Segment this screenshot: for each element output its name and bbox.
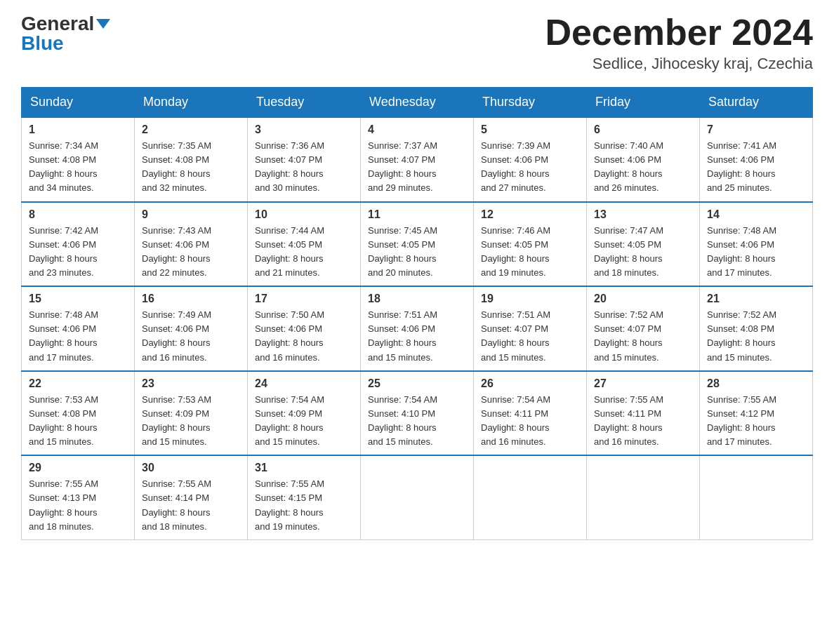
- day-number: 8: [29, 208, 127, 221]
- day-info: Sunrise: 7:40 AM Sunset: 4:06 PM Dayligh…: [594, 139, 692, 196]
- day-info: Sunrise: 7:43 AM Sunset: 4:06 PM Dayligh…: [142, 224, 240, 281]
- calendar-cell: 23 Sunrise: 7:53 AM Sunset: 4:09 PM Dayl…: [135, 371, 248, 456]
- day-info: Sunrise: 7:51 AM Sunset: 4:07 PM Dayligh…: [481, 308, 579, 365]
- day-number: 10: [255, 208, 353, 221]
- calendar-cell: 5 Sunrise: 7:39 AM Sunset: 4:06 PM Dayli…: [474, 117, 587, 202]
- col-saturday: Saturday: [700, 88, 813, 118]
- col-tuesday: Tuesday: [248, 88, 361, 118]
- day-number: 31: [255, 462, 353, 474]
- calendar-cell: 11 Sunrise: 7:45 AM Sunset: 4:05 PM Dayl…: [361, 202, 474, 287]
- col-sunday: Sunday: [22, 88, 135, 118]
- day-info: Sunrise: 7:55 AM Sunset: 4:14 PM Dayligh…: [142, 477, 240, 534]
- calendar-cell: 25 Sunrise: 7:54 AM Sunset: 4:10 PM Dayl…: [361, 371, 474, 456]
- day-number: 14: [707, 208, 805, 221]
- day-number: 13: [594, 208, 692, 221]
- day-info: Sunrise: 7:36 AM Sunset: 4:07 PM Dayligh…: [255, 139, 353, 196]
- calendar-cell: 27 Sunrise: 7:55 AM Sunset: 4:11 PM Dayl…: [587, 371, 700, 456]
- calendar-cell: 7 Sunrise: 7:41 AM Sunset: 4:06 PM Dayli…: [700, 117, 813, 202]
- day-info: Sunrise: 7:44 AM Sunset: 4:05 PM Dayligh…: [255, 224, 353, 281]
- day-info: Sunrise: 7:54 AM Sunset: 4:09 PM Dayligh…: [255, 393, 353, 450]
- calendar-cell: 1 Sunrise: 7:34 AM Sunset: 4:08 PM Dayli…: [22, 117, 135, 202]
- day-info: Sunrise: 7:34 AM Sunset: 4:08 PM Dayligh…: [29, 139, 127, 196]
- calendar-cell: 8 Sunrise: 7:42 AM Sunset: 4:06 PM Dayli…: [22, 202, 135, 287]
- location-title: Sedlice, Jihocesky kraj, Czechia: [545, 55, 813, 73]
- day-info: Sunrise: 7:55 AM Sunset: 4:11 PM Dayligh…: [594, 393, 692, 450]
- day-info: Sunrise: 7:51 AM Sunset: 4:06 PM Dayligh…: [368, 308, 466, 365]
- day-number: 17: [255, 293, 353, 305]
- calendar-cell: 31 Sunrise: 7:55 AM Sunset: 4:15 PM Dayl…: [248, 455, 361, 539]
- calendar-week-3: 15 Sunrise: 7:48 AM Sunset: 4:06 PM Dayl…: [22, 286, 813, 371]
- day-info: Sunrise: 7:49 AM Sunset: 4:06 PM Dayligh…: [142, 308, 240, 365]
- day-number: 6: [594, 123, 692, 136]
- day-number: 2: [142, 123, 240, 136]
- calendar-week-5: 29 Sunrise: 7:55 AM Sunset: 4:13 PM Dayl…: [22, 455, 813, 539]
- day-number: 25: [368, 377, 466, 390]
- day-number: 28: [707, 377, 805, 390]
- calendar-cell: 16 Sunrise: 7:49 AM Sunset: 4:06 PM Dayl…: [135, 286, 248, 371]
- calendar-cell: 10 Sunrise: 7:44 AM Sunset: 4:05 PM Dayl…: [248, 202, 361, 287]
- calendar-cell: 29 Sunrise: 7:55 AM Sunset: 4:13 PM Dayl…: [22, 455, 135, 539]
- calendar-week-1: 1 Sunrise: 7:34 AM Sunset: 4:08 PM Dayli…: [22, 117, 813, 202]
- calendar-cell: [474, 455, 587, 539]
- day-number: 7: [707, 123, 805, 136]
- day-info: Sunrise: 7:37 AM Sunset: 4:07 PM Dayligh…: [368, 139, 466, 196]
- calendar-cell: 18 Sunrise: 7:51 AM Sunset: 4:06 PM Dayl…: [361, 286, 474, 371]
- title-section: December 2024 Sedlice, Jihocesky kraj, C…: [545, 14, 813, 73]
- day-info: Sunrise: 7:45 AM Sunset: 4:05 PM Dayligh…: [368, 224, 466, 281]
- day-info: Sunrise: 7:52 AM Sunset: 4:07 PM Dayligh…: [594, 308, 692, 365]
- day-info: Sunrise: 7:54 AM Sunset: 4:11 PM Dayligh…: [481, 393, 579, 450]
- day-info: Sunrise: 7:55 AM Sunset: 4:13 PM Dayligh…: [29, 477, 127, 534]
- calendar-cell: [361, 455, 474, 539]
- day-info: Sunrise: 7:48 AM Sunset: 4:06 PM Dayligh…: [29, 308, 127, 365]
- calendar-cell: [587, 455, 700, 539]
- calendar-cell: 15 Sunrise: 7:48 AM Sunset: 4:06 PM Dayl…: [22, 286, 135, 371]
- day-number: 16: [142, 293, 240, 305]
- calendar-cell: 24 Sunrise: 7:54 AM Sunset: 4:09 PM Dayl…: [248, 371, 361, 456]
- day-info: Sunrise: 7:53 AM Sunset: 4:08 PM Dayligh…: [29, 393, 127, 450]
- calendar-cell: 6 Sunrise: 7:40 AM Sunset: 4:06 PM Dayli…: [587, 117, 700, 202]
- day-info: Sunrise: 7:54 AM Sunset: 4:10 PM Dayligh…: [368, 393, 466, 450]
- calendar-cell: 2 Sunrise: 7:35 AM Sunset: 4:08 PM Dayli…: [135, 117, 248, 202]
- calendar-cell: 22 Sunrise: 7:53 AM Sunset: 4:08 PM Dayl…: [22, 371, 135, 456]
- day-number: 12: [481, 208, 579, 221]
- day-number: 15: [29, 293, 127, 305]
- calendar-cell: 12 Sunrise: 7:46 AM Sunset: 4:05 PM Dayl…: [474, 202, 587, 287]
- calendar-week-4: 22 Sunrise: 7:53 AM Sunset: 4:08 PM Dayl…: [22, 371, 813, 456]
- col-friday: Friday: [587, 88, 700, 118]
- day-number: 3: [255, 123, 353, 136]
- day-number: 20: [594, 293, 692, 305]
- logo-general-text: General: [21, 14, 94, 34]
- day-info: Sunrise: 7:48 AM Sunset: 4:06 PM Dayligh…: [707, 224, 805, 281]
- calendar-cell: 21 Sunrise: 7:52 AM Sunset: 4:08 PM Dayl…: [700, 286, 813, 371]
- calendar-header: Sunday Monday Tuesday Wednesday Thursday…: [22, 88, 813, 118]
- day-number: 23: [142, 377, 240, 390]
- day-info: Sunrise: 7:41 AM Sunset: 4:06 PM Dayligh…: [707, 139, 805, 196]
- col-thursday: Thursday: [474, 88, 587, 118]
- day-number: 4: [368, 123, 466, 136]
- day-info: Sunrise: 7:53 AM Sunset: 4:09 PM Dayligh…: [142, 393, 240, 450]
- day-number: 1: [29, 123, 127, 136]
- month-title: December 2024: [545, 14, 813, 51]
- calendar-cell: 9 Sunrise: 7:43 AM Sunset: 4:06 PM Dayli…: [135, 202, 248, 287]
- calendar-cell: 28 Sunrise: 7:55 AM Sunset: 4:12 PM Dayl…: [700, 371, 813, 456]
- day-info: Sunrise: 7:35 AM Sunset: 4:08 PM Dayligh…: [142, 139, 240, 196]
- day-number: 29: [29, 462, 127, 474]
- day-number: 19: [481, 293, 579, 305]
- day-info: Sunrise: 7:46 AM Sunset: 4:05 PM Dayligh…: [481, 224, 579, 281]
- page-header: General Blue December 2024 Sedlice, Jiho…: [21, 14, 813, 73]
- calendar-week-2: 8 Sunrise: 7:42 AM Sunset: 4:06 PM Dayli…: [22, 202, 813, 287]
- calendar-cell: 17 Sunrise: 7:50 AM Sunset: 4:06 PM Dayl…: [248, 286, 361, 371]
- calendar-cell: 20 Sunrise: 7:52 AM Sunset: 4:07 PM Dayl…: [587, 286, 700, 371]
- calendar-cell: 19 Sunrise: 7:51 AM Sunset: 4:07 PM Dayl…: [474, 286, 587, 371]
- calendar-table: Sunday Monday Tuesday Wednesday Thursday…: [21, 87, 813, 540]
- day-number: 24: [255, 377, 353, 390]
- day-info: Sunrise: 7:52 AM Sunset: 4:08 PM Dayligh…: [707, 308, 805, 365]
- day-number: 27: [594, 377, 692, 390]
- day-number: 21: [707, 293, 805, 305]
- calendar-cell: [700, 455, 813, 539]
- col-wednesday: Wednesday: [361, 88, 474, 118]
- logo-triangle-icon: [96, 19, 110, 29]
- col-monday: Monday: [135, 88, 248, 118]
- day-number: 11: [368, 208, 466, 221]
- logo-blue-text: Blue: [21, 32, 64, 54]
